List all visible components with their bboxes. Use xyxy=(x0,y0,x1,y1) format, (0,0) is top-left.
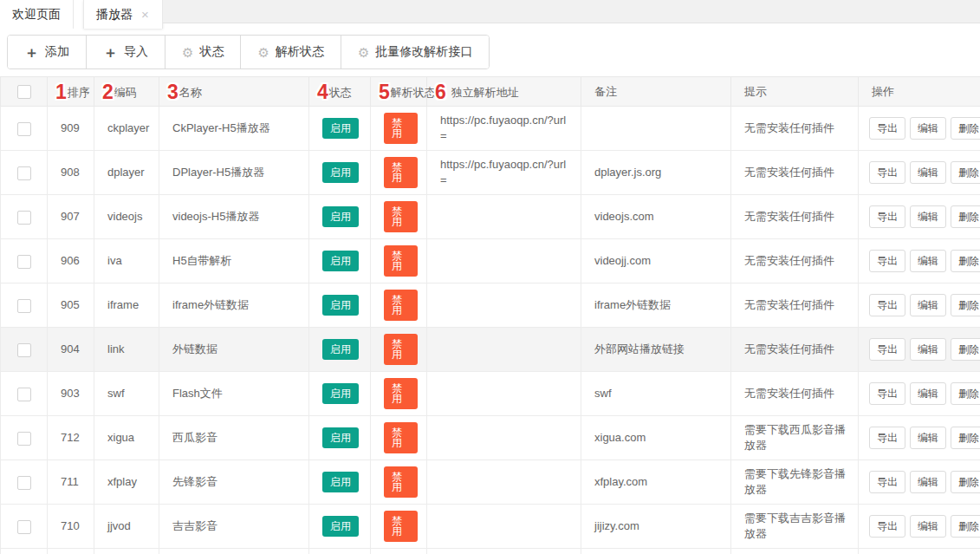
toolbar: ＋ 添加 ＋ 导入 ⚙ 状态 ⚙ 解析状态 ⚙ 批量修改解析接口 xyxy=(7,35,980,69)
tab-player-label: 播放器 xyxy=(96,7,133,23)
column-header-独立解析地址: 6独立解析地址 xyxy=(427,77,581,107)
tip-cell: 需要下载先锋影音播放器 xyxy=(731,460,859,505)
row-checkbox-cell xyxy=(1,416,48,460)
row-checkbox[interactable] xyxy=(17,476,31,490)
batch-modify-parse-api-button[interactable]: ⚙ 批量修改解析接口 xyxy=(341,36,489,68)
edit-button[interactable]: 编辑 xyxy=(910,515,946,538)
parse-status-badge[interactable]: 禁用 xyxy=(384,113,418,144)
parse-status-button-label: 解析状态 xyxy=(276,44,324,60)
export-button[interactable]: 导出 xyxy=(869,250,905,272)
delete-button[interactable]: 删除 xyxy=(951,294,980,316)
delete-button[interactable]: 删除 xyxy=(951,427,980,449)
edit-button[interactable]: 编辑 xyxy=(910,294,946,316)
code-cell: xfplay xyxy=(94,460,159,505)
actions-cell: 导出编辑删除 xyxy=(859,505,980,549)
status-badge[interactable]: 启用 xyxy=(322,162,359,183)
actions-cell: 导出编辑删除 xyxy=(859,239,980,284)
import-button[interactable]: ＋ 导入 xyxy=(87,36,165,68)
export-button[interactable]: 导出 xyxy=(869,427,905,449)
edit-button[interactable]: 编辑 xyxy=(910,471,946,493)
tip-cell: 无需安装任何插件 xyxy=(731,195,859,239)
status-badge[interactable]: 启用 xyxy=(322,516,359,537)
row-checkbox[interactable] xyxy=(17,388,31,401)
row-checkbox[interactable] xyxy=(17,166,31,180)
parse-status-badge[interactable]: 禁用 xyxy=(384,422,418,453)
tip-cell: 无需安装任何插件 xyxy=(731,151,859,195)
status-badge[interactable]: 启用 xyxy=(322,295,359,316)
row-checkbox[interactable] xyxy=(17,299,31,313)
delete-button[interactable]: 删除 xyxy=(951,117,980,140)
close-icon[interactable]: × xyxy=(140,8,150,21)
select-all-checkbox[interactable] xyxy=(17,85,31,99)
edit-button[interactable]: 编辑 xyxy=(910,205,946,228)
row-checkbox[interactable] xyxy=(17,255,31,269)
export-button[interactable]: 导出 xyxy=(869,117,905,140)
export-button[interactable]: 导出 xyxy=(869,382,905,405)
column-header-label: 解析状态 xyxy=(391,86,436,99)
export-button[interactable]: 导出 xyxy=(869,294,905,316)
parse-status-badge[interactable]: 禁用 xyxy=(384,201,418,232)
column-header-备注: 备注 xyxy=(581,77,731,107)
row-checkbox[interactable] xyxy=(17,343,31,357)
export-button[interactable]: 导出 xyxy=(869,471,905,493)
status-badge[interactable]: 启用 xyxy=(322,427,359,448)
status-badge[interactable]: 启用 xyxy=(322,339,359,360)
parse-status-badge[interactable]: 禁用 xyxy=(384,157,418,188)
row-checkbox[interactable] xyxy=(17,122,31,136)
edit-button[interactable]: 编辑 xyxy=(910,427,946,449)
edit-button[interactable]: 编辑 xyxy=(910,117,946,140)
export-button[interactable]: 导出 xyxy=(869,515,905,538)
export-button[interactable]: 导出 xyxy=(869,205,905,228)
table-row: 907videojsvideojs-H5播放器启用禁用videojs.com无需… xyxy=(1,195,980,239)
annotation-number: 5 xyxy=(379,83,390,101)
edit-button[interactable]: 编辑 xyxy=(910,161,946,184)
delete-button[interactable]: 删除 xyxy=(951,338,980,361)
edit-button[interactable]: 编辑 xyxy=(910,382,946,405)
parse-status-button[interactable]: ⚙ 解析状态 xyxy=(241,36,341,68)
row-checkbox[interactable] xyxy=(17,432,31,446)
parse-status-badge[interactable]: 禁用 xyxy=(384,511,418,542)
status-badge[interactable]: 启用 xyxy=(322,251,359,271)
sort-cell: 905 xyxy=(48,284,94,328)
row-checkbox-cell xyxy=(1,151,48,195)
parse-status-badge[interactable]: 禁用 xyxy=(384,334,418,365)
edit-button[interactable]: 编辑 xyxy=(910,250,946,272)
tip-cell: 需要下载吉吉影音播放器 xyxy=(731,505,859,549)
status-badge[interactable]: 启用 xyxy=(322,206,359,227)
delete-button[interactable]: 删除 xyxy=(951,205,980,228)
parse-status-badge[interactable]: 禁用 xyxy=(384,466,418,498)
row-checkbox-cell xyxy=(1,195,48,239)
parse-status-badge[interactable]: 禁用 xyxy=(384,378,418,409)
code-cell: dplayer xyxy=(94,151,159,195)
add-button[interactable]: ＋ 添加 xyxy=(8,36,87,68)
column-header-label: 状态 xyxy=(329,86,352,99)
status-badge[interactable]: 启用 xyxy=(322,118,359,139)
row-checkbox[interactable] xyxy=(17,520,31,534)
actions-cell: 导出编辑删除 xyxy=(859,195,980,239)
name-cell: 先锋影音 xyxy=(159,460,309,505)
edit-button[interactable]: 编辑 xyxy=(910,338,946,361)
export-button[interactable]: 导出 xyxy=(869,338,905,361)
name-cell: 吉吉影音 xyxy=(159,505,309,549)
parse-status-badge[interactable]: 禁用 xyxy=(384,245,418,277)
delete-button[interactable]: 删除 xyxy=(951,471,980,493)
actions-cell: 导出编辑删除 xyxy=(859,328,980,372)
parse-status-cell: 禁用 xyxy=(371,195,427,239)
delete-button[interactable]: 删除 xyxy=(951,382,980,405)
delete-button[interactable]: 删除 xyxy=(951,161,980,184)
status-cell: 启用 xyxy=(309,460,371,505)
tab-player[interactable]: 播放器 × xyxy=(83,0,163,29)
parse-status-cell: 禁用 xyxy=(371,372,427,416)
status-button[interactable]: ⚙ 状态 xyxy=(165,36,241,68)
export-button[interactable]: 导出 xyxy=(869,161,905,184)
row-checkbox[interactable] xyxy=(17,211,31,225)
status-badge[interactable]: 启用 xyxy=(322,472,359,492)
delete-button[interactable]: 删除 xyxy=(951,250,980,272)
status-badge[interactable]: 启用 xyxy=(322,383,359,404)
table-row: 710jjvod吉吉影音启用禁用jijizy.com需要下载吉吉影音播放器导出编… xyxy=(1,505,980,549)
code-cell: iva xyxy=(94,239,159,284)
parse-status-badge[interactable]: 禁用 xyxy=(384,290,418,321)
delete-button[interactable]: 删除 xyxy=(951,515,980,538)
tab-welcome-page[interactable]: 欢迎页面 xyxy=(0,0,74,29)
add-button-label: 添加 xyxy=(45,44,69,60)
